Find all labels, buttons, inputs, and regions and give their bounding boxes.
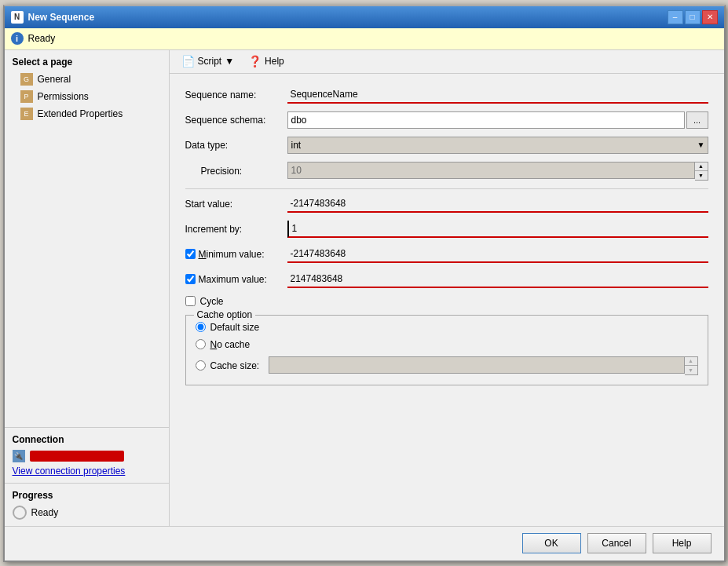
data-type-select-wrapper: int bigint smallint tinyint decimal nume… [287,137,708,154]
ok-button[interactable]: OK [522,533,581,553]
cache-option-title: Cache option [194,309,256,320]
cache-size-input [269,356,684,374]
progress-title: Progress [13,490,161,501]
sequence-schema-input[interactable] [287,111,685,129]
minimum-value-label: Minimum value: [199,249,265,260]
minimize-button[interactable]: – [668,10,683,24]
sidebar-item-extended-properties[interactable]: E Extended Properties [5,105,169,122]
title-buttons: – □ ✕ [668,10,718,24]
help-button[interactable]: Help [653,533,712,553]
title-bar: N New Sequence – □ ✕ [5,6,724,28]
connection-item: 🔌 [13,450,161,462]
sidebar-item-general[interactable]: G General [5,71,169,88]
cache-size-down-button: ▼ [685,366,697,374]
maximum-value-checkbox[interactable] [185,274,196,284]
separator-1 [185,188,708,189]
cache-option-group: Cache option Default size No cache Cache… [185,315,708,385]
increment-by-input[interactable] [287,221,708,238]
radio-no-cache[interactable] [196,339,206,349]
bottom-bar: OK Cancel Help [5,526,724,561]
minimum-value-check-label: Minimum value: [185,249,287,260]
progress-section: Progress Ready [5,483,169,526]
precision-spinners: ▲ ▼ [695,162,708,181]
sequence-schema-row: Sequence schema: ... [185,111,708,129]
cycle-checkbox[interactable] [185,296,196,306]
precision-wrapper: ▲ ▼ [287,162,708,181]
sidebar-item-permissions[interactable]: P Permissions [5,88,169,105]
radio-cache-size[interactable] [196,360,206,371]
minimum-value-checkbox[interactable] [185,249,196,259]
cache-size-up-button: ▲ [685,357,697,366]
radio-default-size[interactable] [196,322,206,332]
progress-item: Ready [13,506,161,520]
view-connection-link[interactable]: View connection properties [13,466,161,477]
sidebar-label-extended-properties: Extended Properties [38,108,123,119]
form-area: Sequence name: Sequence schema: ... Data… [170,74,724,526]
maximum-value-check-label: Maximum value: [185,274,287,285]
sequence-schema-group: ... [287,111,708,129]
increment-by-row: Increment by: [185,221,708,238]
cache-size-input-wrapper: ▲ ▼ [269,356,697,375]
precision-up-button[interactable]: ▲ [695,162,708,171]
precision-label: Precision: [185,166,287,177]
radio-no-cache-row: No cache [196,339,698,350]
sequence-name-row: Sequence name: [185,86,708,104]
radio-default-row: Default size [196,322,698,333]
cache-size-spinners: ▲ ▼ [685,356,698,375]
help-icon: ❓ [248,55,262,68]
start-value-label: Start value: [185,199,287,210]
connection-icon: 🔌 [13,450,25,462]
script-dropdown-arrow: ▼ [225,56,234,67]
connection-title: Connection [13,434,161,445]
status-bar: i Ready [5,28,724,50]
increment-by-label: Increment by: [185,224,287,235]
script-icon: 📄 [181,55,195,68]
help-toolbar-label: Help [265,56,284,67]
cycle-row: Cycle [185,296,708,307]
data-type-label: Data type: [185,140,287,151]
sidebar-section-title: Select a page [5,50,169,71]
maximum-value-label: Maximum value: [199,274,267,285]
precision-row: Precision: ▲ ▼ [185,162,708,181]
data-type-select[interactable]: int bigint smallint tinyint decimal nume… [287,137,708,154]
start-value-input[interactable] [287,195,708,213]
cancel-button[interactable]: Cancel [587,533,646,553]
sidebar-label-permissions: Permissions [38,91,89,102]
sidebar-label-general: General [38,74,71,85]
permissions-icon: P [20,90,33,103]
script-button[interactable]: 📄 Script ▼ [176,53,240,70]
precision-input [287,162,695,179]
maximum-value-row: Maximum value: [185,271,708,288]
schema-browse-button[interactable]: ... [686,111,708,129]
maximize-button[interactable]: □ [685,10,701,24]
sequence-name-label: Sequence name: [185,89,287,100]
main-content: Select a page G General P Permissions E … [5,50,724,526]
sidebar: Select a page G General P Permissions E … [5,50,170,526]
cycle-label: Cycle [200,296,224,307]
general-icon: G [20,73,33,86]
toolbar: 📄 Script ▼ ❓ Help [170,50,724,74]
progress-status: Ready [31,507,59,518]
help-toolbar-button[interactable]: ❓ Help [243,53,290,70]
connection-name-redacted [30,451,124,462]
close-button[interactable]: ✕ [702,10,718,24]
sequence-name-input[interactable] [287,86,708,104]
info-icon: i [11,32,24,45]
maximum-value-input[interactable] [287,271,708,288]
window-title: New Sequence [28,12,95,23]
minimum-value-row: Minimum value: [185,246,708,263]
connection-section: Connection 🔌 View connection properties [5,427,169,483]
status-text: Ready [28,33,56,44]
minimum-value-input[interactable] [287,246,708,263]
progress-spinner [13,506,27,520]
radio-no-cache-label: No cache [210,339,251,350]
title-bar-left: N New Sequence [11,11,95,24]
data-type-row: Data type: int bigint smallint tinyint d… [185,137,708,154]
script-label: Script [198,56,222,67]
precision-down-button[interactable]: ▼ [695,171,708,180]
sequence-schema-label: Sequence schema: [185,115,287,126]
start-value-row: Start value: [185,195,708,213]
radio-cache-size-label: Cache size: [210,360,260,371]
window-icon: N [11,11,24,24]
cache-size-row: Cache size: ▲ ▼ [196,356,698,375]
